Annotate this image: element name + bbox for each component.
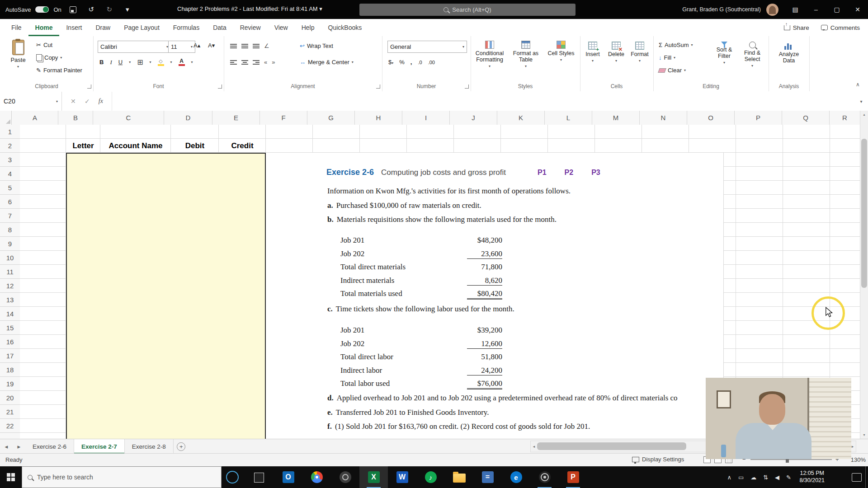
menu-tab-review[interactable]: Review [233,19,268,36]
menu-tab-help[interactable]: Help [295,19,321,36]
currency-format-icon[interactable]: $▾ [388,59,393,66]
powerpoint-taskbar-button[interactable]: P [559,466,587,488]
column-header-R[interactable]: R [830,111,860,125]
comments-button[interactable]: Comments [821,24,860,31]
row-header-14[interactable]: 14 [0,307,20,321]
row-header-3[interactable]: 3 [0,153,20,167]
chrome-taskbar-button[interactable] [302,466,331,488]
merge-center-button[interactable]: ↔Merge & Center▾ [300,59,354,66]
network-icon[interactable]: ⇅ [763,474,768,481]
word-taskbar-button[interactable]: W [388,466,416,488]
number-dialog-launcher-icon[interactable] [465,84,469,89]
taskbar-clock[interactable]: 12:05 PM 8/30/2021 [799,469,825,484]
file-explorer-taskbar-button[interactable] [445,466,473,488]
italic-button[interactable]: I [110,59,112,66]
underline-button[interactable]: U [118,59,123,66]
quick-access-chevron-icon[interactable]: ▾ [121,5,134,14]
row-header-11[interactable]: 11 [0,265,20,279]
cancel-entry-icon[interactable]: ✕ [71,98,76,105]
borders-icon[interactable]: ⊞ [137,58,143,66]
format-painter-button[interactable]: ✎Format Painter [36,67,82,74]
select-all-corner[interactable] [0,111,12,125]
number-format-select[interactable]: General▾ [387,41,467,53]
sheet-tab-exercise-2-8[interactable]: Exercise 2-8 [125,439,174,454]
align-top-icon[interactable] [230,44,237,48]
row-header-2[interactable]: 2 [0,139,20,153]
orientation-icon[interactable]: ∠ [264,42,269,49]
column-header-I[interactable]: I [402,111,450,125]
column-header-E[interactable]: E [212,111,260,125]
row-header-6[interactable]: 6 [0,195,20,209]
menu-tab-view[interactable]: View [268,19,295,36]
minimize-button[interactable]: – [806,0,826,19]
onedrive-cloud-icon[interactable]: ☁ [750,474,756,481]
increase-indent-icon[interactable]: » [272,59,275,66]
row-header-9[interactable]: 9 [0,237,20,251]
column-header-Q[interactable]: Q [782,111,830,125]
share-button[interactable]: Share [784,24,809,31]
row-header-12[interactable]: 12 [0,279,20,293]
align-middle-icon[interactable] [241,44,248,48]
name-box[interactable]: C20▾ [0,92,62,111]
font-color-icon[interactable]: A [179,59,185,66]
row-header-7[interactable]: 7 [0,209,20,223]
cell-styles-button[interactable]: Cell Styles▾ [545,41,577,62]
column-header-N[interactable]: N [640,111,687,125]
row-header-8[interactable]: 8 [0,223,20,237]
cell-c2-account-name-header[interactable]: Account Name [100,139,171,153]
insert-function-icon[interactable]: fx [99,98,103,105]
align-left-icon[interactable] [230,60,237,65]
percent-format-icon[interactable]: % [399,59,405,66]
action-center-icon[interactable] [852,473,862,482]
show-desktop-button[interactable] [865,466,868,488]
row-header-1[interactable]: 1 [0,125,20,139]
restore-button[interactable]: ▢ [826,0,847,19]
format-as-table-button[interactable]: Format as Table▾ [509,41,543,68]
column-header-H[interactable]: H [355,111,402,125]
column-header-A[interactable]: A [12,111,58,125]
conditional-formatting-button[interactable]: Conditional Formatting▾ [472,41,507,68]
row-header-16[interactable]: 16 [0,335,20,349]
start-button[interactable] [0,466,22,488]
row-header-5[interactable]: 5 [0,181,20,195]
cut-button[interactable]: ✂Cut [36,42,52,48]
ribbon-display-options-icon[interactable]: ▤ [785,0,806,19]
menu-tab-home[interactable]: Home [28,19,60,36]
font-family-select[interactable]: Calibri▾ [98,41,171,53]
column-header-P[interactable]: P [735,111,782,125]
menu-tab-quickbooks[interactable]: QuickBooks [321,19,369,36]
zoom-slider[interactable] [750,459,832,460]
row-header-22[interactable]: 22 [0,419,20,433]
column-header-D[interactable]: D [164,111,212,125]
display-settings-button[interactable]: Display Settings [632,456,684,463]
decrease-indent-icon[interactable]: « [264,59,267,66]
align-center-icon[interactable] [241,60,248,65]
display-icon[interactable]: ▭ [738,474,744,481]
save-icon[interactable] [70,6,76,13]
alignment-dialog-launcher-icon[interactable] [376,84,380,89]
confirm-entry-icon[interactable]: ✓ [85,98,90,105]
decrease-font-icon[interactable]: A▾ [208,42,215,49]
menu-tab-file[interactable]: File [5,19,28,36]
wrap-text-button[interactable]: ↩Wrap Text [300,42,333,49]
column-header-J[interactable]: J [450,111,497,125]
column-header-L[interactable]: L [545,111,592,125]
decrease-decimal-icon[interactable]: .00 [428,60,435,65]
row-header-21[interactable]: 21 [0,405,20,419]
formula-bar-expand-icon[interactable]: ▾ [854,92,868,111]
volume-icon[interactable]: ◀ [775,474,779,481]
row-header-10[interactable]: 10 [0,251,20,265]
bold-button[interactable]: B [99,59,104,66]
menu-tab-draw[interactable]: Draw [89,19,117,36]
search-box[interactable]: Search (Alt+Q) [359,4,576,16]
paste-button[interactable]: Paste▾ [5,40,31,69]
horizontal-scrollbar-thumb[interactable] [537,442,686,450]
column-header-C[interactable]: C [93,111,164,125]
collapse-ribbon-icon[interactable]: ∧ [856,81,860,88]
find-select-button[interactable]: Find & Select▾ [739,42,765,68]
vertical-scrollbar-thumb[interactable] [861,139,867,288]
sheet-nav-right-icon[interactable]: ▸ [13,439,25,454]
screen-recorder-taskbar-button[interactable] [530,466,559,488]
copy-button[interactable]: Copy▾ [36,54,62,61]
column-header-G[interactable]: G [307,111,355,125]
